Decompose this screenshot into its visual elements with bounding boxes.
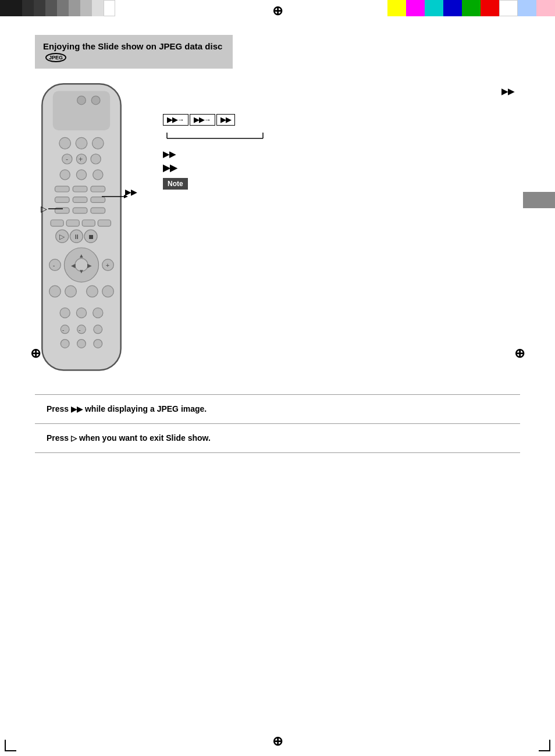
svg-text:-: - <box>66 155 68 163</box>
svg-point-12 <box>60 169 70 179</box>
ff-top-label: ▶▶ <box>163 86 520 97</box>
step2-play-icon: ▷ <box>71 434 77 443</box>
svg-point-13 <box>76 169 86 179</box>
ff-symbol-diagram: ▶▶ <box>163 149 176 159</box>
play-arrow-line <box>48 206 66 211</box>
loop-arrow <box>164 130 520 143</box>
diagram-area: ▶▶ ▶▶→ ▶▶→ ▶▶ <box>163 80 520 190</box>
svg-text:▷: ▷ <box>59 233 65 241</box>
svg-rect-19 <box>73 197 87 202</box>
svg-point-49 <box>76 308 86 318</box>
flow-items: ▶▶→ ▶▶→ ▶▶ <box>163 114 235 126</box>
svg-rect-17 <box>91 186 105 192</box>
svg-point-48 <box>60 308 70 318</box>
svg-text:+: + <box>106 262 109 269</box>
svg-rect-25 <box>66 219 79 226</box>
loop-line <box>164 130 269 141</box>
svg-point-44 <box>49 286 61 297</box>
ff-symbol-top: ▶▶ <box>501 87 514 96</box>
step1-section: Press ▶▶ Press ▶▶ while displaying a JPE… <box>35 394 520 424</box>
svg-point-6 <box>92 137 104 149</box>
svg-text:▼: ▼ <box>79 268 84 274</box>
svg-rect-18 <box>55 197 69 202</box>
remote-control-image: - + <box>35 80 128 381</box>
svg-marker-60 <box>124 195 128 198</box>
svg-point-2 <box>77 96 86 105</box>
svg-point-4 <box>59 137 71 149</box>
color-bar-left <box>0 0 221 16</box>
svg-rect-23 <box>91 208 105 213</box>
svg-text:▲: ▲ <box>79 252 84 259</box>
main-content: Enjoying the Slide show on JPEG data dis… <box>35 35 520 721</box>
svg-point-3 <box>91 96 100 105</box>
crosshair-bottom: ⊕ <box>272 734 283 749</box>
svg-text:-: - <box>62 326 65 333</box>
flow-item-1: ▶▶→ <box>163 114 188 126</box>
ff-symbol-large: ▶▶ <box>163 163 177 173</box>
step1-ff-icon: ▶▶ <box>71 405 83 413</box>
section-badge <box>523 192 555 208</box>
arrow-line <box>102 194 128 199</box>
ff-symbol-sub: ▶▶ <box>163 162 520 173</box>
content-layout: - + <box>35 80 520 383</box>
note-box: Note <box>163 178 188 190</box>
step2-text: Press ▷ when you want to exit Slide show… <box>47 432 520 444</box>
svg-rect-15 <box>55 186 69 192</box>
svg-text:◀: ◀ <box>71 262 76 269</box>
svg-rect-16 <box>73 186 87 192</box>
svg-point-47 <box>102 286 114 297</box>
diagram-ff-label: ▶▶ <box>163 149 520 159</box>
crosshair-top: ⊕ <box>272 3 283 19</box>
svg-rect-22 <box>73 208 87 213</box>
svg-text:+: + <box>79 155 83 163</box>
step1-text: Press ▶▶ Press ▶▶ while displaying a JPE… <box>47 403 520 415</box>
svg-point-11 <box>91 154 101 163</box>
page-title: Enjoying the Slide show on JPEG data dis… <box>43 41 222 51</box>
jpeg-badge: JPEG <box>45 53 66 62</box>
title-box: Enjoying the Slide show on JPEG data dis… <box>35 35 233 69</box>
svg-point-56 <box>61 339 69 348</box>
svg-text:-: - <box>79 326 81 333</box>
play-symbol: ▷ <box>41 204 47 213</box>
svg-point-45 <box>65 286 77 297</box>
svg-point-46 <box>87 286 98 297</box>
svg-point-5 <box>76 137 87 149</box>
play-arrow-indicator: ▷ <box>41 204 66 213</box>
svg-point-57 <box>77 339 86 348</box>
svg-text:▶: ▶ <box>87 262 92 269</box>
svg-point-58 <box>94 339 102 348</box>
svg-point-55 <box>94 324 102 333</box>
remote-area: - + <box>35 80 151 383</box>
svg-text:⏹: ⏹ <box>88 233 94 240</box>
flow-row: ▶▶→ ▶▶→ ▶▶ <box>163 114 520 126</box>
svg-text:⏸: ⏸ <box>73 233 80 240</box>
corner-mark-br <box>539 740 550 751</box>
svg-point-50 <box>93 308 103 318</box>
flow-diagram: ▶▶→ ▶▶→ ▶▶ ▶▶ <box>163 114 520 190</box>
note-label: Note <box>168 180 183 188</box>
svg-point-14 <box>93 169 103 179</box>
flow-item-3: ▶▶ <box>216 114 235 126</box>
flow-item-2: ▶▶→ <box>190 114 215 126</box>
step2-section: Press ▷ when you want to exit Slide show… <box>35 424 520 453</box>
svg-rect-24 <box>51 219 63 226</box>
svg-rect-27 <box>98 219 111 226</box>
svg-rect-26 <box>82 219 95 226</box>
svg-text:-: - <box>53 262 55 269</box>
corner-mark-bl <box>5 740 16 751</box>
color-bar-right <box>221 0 555 16</box>
